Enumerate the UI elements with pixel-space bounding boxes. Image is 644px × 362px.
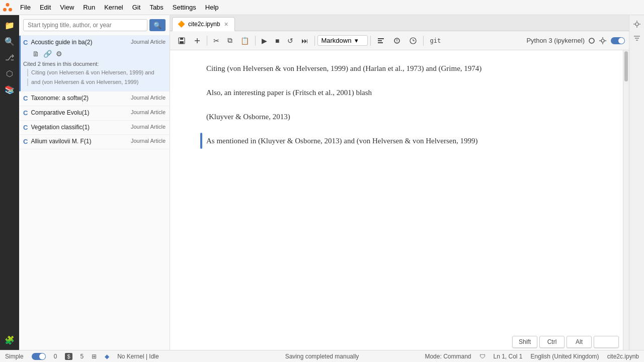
cell-4: As mentioned in (Kluyver & Osborne, 2013… xyxy=(200,133,593,149)
menu-file[interactable]: File xyxy=(16,2,35,13)
status-zero: 0 xyxy=(54,353,57,360)
clock-button[interactable] xyxy=(406,35,421,47)
cited-context-0: Citing (von Helversen & von Helversen, 1… xyxy=(27,69,166,76)
toolbar-icon-btn-2[interactable] xyxy=(389,35,405,47)
mode-status: Mode: Command xyxy=(425,353,471,360)
paste-button[interactable]: 📋 xyxy=(237,35,253,47)
cited-info-0: Cited 2 times in this document: xyxy=(23,61,166,67)
svg-point-13 xyxy=(397,41,398,42)
search-button[interactable]: 🔍 xyxy=(149,19,166,31)
citation-item-2[interactable]: C Comparative Evolu(1) Journal Article xyxy=(19,106,170,121)
right-sidebar xyxy=(629,15,644,350)
add-cell-button[interactable] xyxy=(190,35,204,46)
citation-item-0[interactable]: C Acoustic guide in ba(2) Journal Articl… xyxy=(19,36,170,92)
citation-letter-3: C xyxy=(23,124,28,131)
menu-edit[interactable]: Edit xyxy=(36,2,55,13)
ctrl-key: Ctrl xyxy=(539,336,565,348)
settings-icon-right[interactable] xyxy=(632,19,642,29)
toolbar-sep-5 xyxy=(423,36,424,46)
main-area: 📁 🔍 ⎇ ⬡ 📚 🧩 🔍 C Acoustic guide in ba(2) … xyxy=(0,15,644,350)
menu-view[interactable]: View xyxy=(56,2,78,13)
menu-settings[interactable]: Settings xyxy=(169,2,200,13)
menu-tabs[interactable]: Tabs xyxy=(145,2,167,13)
git-branch-icon[interactable]: ⎇ xyxy=(4,51,16,63)
status-dollar-icon: $ xyxy=(65,353,72,360)
notebook-tab-icon: 🔶 xyxy=(178,21,185,28)
cell-1: Citing (von Helversen & von Helversen, 1… xyxy=(200,60,593,76)
jupyter-logo xyxy=(2,2,13,13)
cell-type-dropdown[interactable]: Markdown ▾ xyxy=(317,35,368,46)
citation-type-0: Journal Article xyxy=(131,39,166,45)
citation-item-4[interactable]: C Allium vavilovii M. F(1) Journal Artic… xyxy=(19,135,170,149)
citation-item-3[interactable]: C Vegetation classific(1) Journal Articl… xyxy=(19,121,170,135)
cut-button[interactable]: ✂ xyxy=(210,35,223,47)
toolbar-sep-4 xyxy=(370,36,371,46)
citation-type-4: Journal Article xyxy=(131,138,166,144)
notebook-tab-label: cite2c.ipynb xyxy=(188,21,220,28)
menu-git[interactable]: Git xyxy=(128,2,145,13)
restart-button[interactable]: ↺ xyxy=(284,35,297,47)
svg-rect-10 xyxy=(378,42,383,43)
puzzle-icon[interactable]: 🧩 xyxy=(4,334,16,346)
search-sidebar-icon[interactable]: 🔍 xyxy=(4,35,16,47)
citation-list: C Acoustic guide in ba(2) Journal Articl… xyxy=(19,36,170,350)
citation-item-1[interactable]: C Taxonome: a softw(2) Journal Article xyxy=(19,92,170,106)
notebook-tab-close[interactable]: × xyxy=(223,20,229,28)
filter-icon-right[interactable] xyxy=(632,33,642,43)
scroll-thumb[interactable] xyxy=(624,51,628,81)
svg-rect-8 xyxy=(378,38,384,39)
kernel-toggle[interactable] xyxy=(611,37,625,44)
toolbar: ✂ ⧉ 📋 ▶ ■ ↺ ⏭ Markdown ▾ git xyxy=(170,31,629,50)
language-status: English (United Kingdom) xyxy=(531,353,599,360)
search-area: 🔍 xyxy=(19,15,170,36)
citation-type-1: Journal Article xyxy=(131,95,166,101)
status-right: Mode: Command 🛡 Ln 1, Col 1 English (Uni… xyxy=(425,353,639,360)
svg-point-0 xyxy=(6,3,10,7)
cell-content-2[interactable]: Also, an interesting paper is (Fritsch e… xyxy=(206,84,593,101)
cited-contexts-0: Citing (von Helversen & von Helversen, 1… xyxy=(23,69,166,86)
saving-status: Saving completed manually xyxy=(285,353,359,360)
restart-run-button[interactable]: ⏭ xyxy=(298,35,312,47)
citation-title-2: Comparative Evolu(1) xyxy=(31,109,128,117)
toolbar-icon-btn-1[interactable] xyxy=(373,35,388,47)
citation-title-1: Taxonome: a softw(2) xyxy=(31,95,128,103)
cell-content-4[interactable]: As mentioned in (Kluyver & Osborne, 2013… xyxy=(206,133,593,149)
status-grid-icon: ⊞ xyxy=(92,353,97,360)
citation-title-3: Vegetation classific(1) xyxy=(31,124,128,132)
menu-run[interactable]: Run xyxy=(79,2,99,13)
copy-button[interactable]: ⧉ xyxy=(224,34,236,47)
simple-toggle[interactable] xyxy=(32,353,46,360)
status-diamond-icon: ◆ xyxy=(105,353,109,360)
filename-status: cite2c.ipynb xyxy=(607,353,639,360)
notebook-tab[interactable]: 🔶 cite2c.ipynb × xyxy=(172,17,235,31)
menu-kernel[interactable]: Kernel xyxy=(100,2,127,13)
citation-gear-btn[interactable]: ⚙ xyxy=(55,49,63,59)
toolbar-sep-2 xyxy=(255,36,256,46)
toolbar-sep-1 xyxy=(207,36,207,46)
svg-point-2 xyxy=(9,8,12,11)
alt-key: Alt xyxy=(567,336,592,348)
book-icon[interactable]: 📚 xyxy=(4,83,16,96)
status-five: 5 xyxy=(80,353,84,360)
citation-letter-2: C xyxy=(23,109,28,117)
toolbar-right: Python 3 (ipykernel) xyxy=(526,37,625,45)
cell-2: Also, an interesting paper is (Fritsch e… xyxy=(200,84,593,101)
cell-content-3[interactable]: (Kluyver & Osborne, 2013) xyxy=(206,109,593,125)
citation-letter-0: C xyxy=(23,39,28,46)
git-button[interactable]: git xyxy=(426,35,444,46)
toolbar-sep-3 xyxy=(314,36,315,46)
svg-rect-5 xyxy=(180,41,184,44)
search-input[interactable] xyxy=(23,19,147,31)
run-button[interactable]: ▶ xyxy=(258,35,271,47)
menu-help[interactable]: Help xyxy=(201,2,223,13)
stop-button[interactable]: ■ xyxy=(272,35,283,47)
blank-key xyxy=(594,336,619,348)
cell-content-1[interactable]: Citing (von Helversen & von Helversen, 1… xyxy=(206,60,593,76)
citation-file-btn[interactable]: 🗎 xyxy=(31,49,40,59)
citation-link-btn[interactable]: 🔗 xyxy=(42,49,53,59)
vertical-scrollbar[interactable] xyxy=(623,50,629,350)
extensions-icon[interactable]: ⬡ xyxy=(4,67,16,79)
folder-icon[interactable]: 📁 xyxy=(4,19,16,31)
save-button[interactable] xyxy=(174,35,189,47)
shield-icon: 🛡 xyxy=(479,353,486,360)
